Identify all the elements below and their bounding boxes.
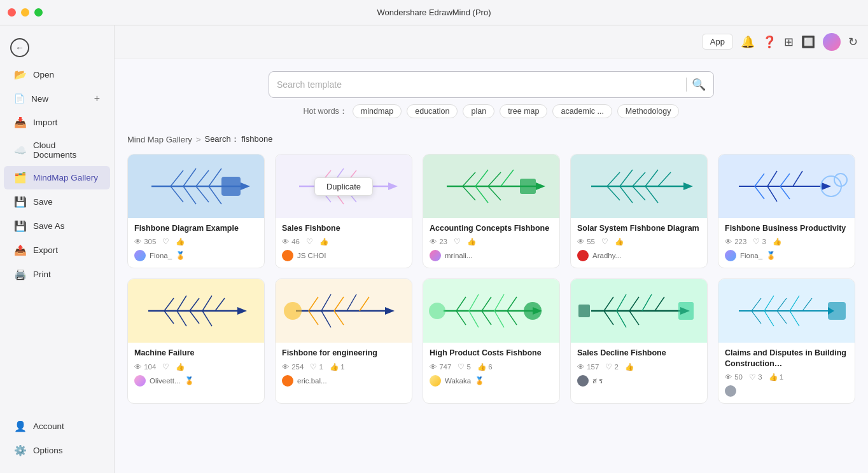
user-avatar[interactable] [823,33,841,51]
svg-line-103 [777,298,787,311]
card-author: Fiona_ 🏅 [725,250,848,261]
svg-line-35 [658,172,671,186]
svg-line-8 [196,186,209,202]
sidebar-item-account[interactable]: 👤 Account [4,415,110,438]
card-thumb [128,154,264,218]
sidebar-item-new[interactable]: 📄 New + [4,87,110,110]
card-stats: 👁 23 ♡ 👍 [430,237,553,246]
layout-icon[interactable]: 🔲 [801,35,815,49]
card-sales-fishbone[interactable]: Duplicate Sales Fishbone 👁 46 ♡ 👍 JS CHO… [275,154,412,268]
svg-line-60 [190,311,199,324]
new-icon: 📄 [14,93,25,104]
search-input[interactable] [277,79,681,90]
sidebar-item-export[interactable]: 📤 Export [4,238,110,262]
author-avatar [282,375,293,387]
card-solar-fishbone[interactable]: Solar System Fishbone Diagram 👁 55 ♡ 👍 A… [570,154,708,268]
card-fishbone-engineering[interactable]: Fishbone for engineering 👁 254 ♡ 1 👍 1 e… [275,278,412,404]
refresh-icon[interactable]: ↻ [848,35,858,49]
breadcrumb-separator: > [196,135,201,144]
bell-icon[interactable]: 🔔 [741,35,755,49]
search-button[interactable]: 🔍 [692,78,706,92]
card-fishbone-business[interactable]: Fishbone Business Productivity 👁 223 ♡ 3… [718,154,855,268]
card-high-product-costs[interactable]: High Product Costs Fishbone 👁 747 ♡ 5 👍 … [423,278,560,404]
sidebar-item-saveas[interactable]: 💾 Save As [4,214,110,238]
new-plus-icon[interactable]: + [94,93,100,104]
card-author [725,385,848,397]
svg-line-109 [790,311,799,326]
card-fishbone-diagram-example[interactable]: Fishbone Diagram Example 👁 305 ♡ 👍 Fiona… [127,154,265,268]
fishbone-preview-4 [571,154,707,218]
card-stats: 👁 305 ♡ 👍 [134,237,258,246]
author-avatar [134,250,146,261]
card-thumb: Duplicate [276,154,412,218]
sidebar-label-open: Open [33,70,54,79]
fishbone-preview-9 [571,279,707,343]
save-icon: 💾 [14,196,27,208]
like-count: ♡ 2 [605,362,619,371]
like-count: ♡ 1 [310,362,323,371]
breadcrumb-parent[interactable]: Mind Map Gallery [127,135,192,144]
svg-line-53 [164,298,174,311]
svg-line-21 [463,172,475,186]
hot-words-label: Hot words： [304,106,347,117]
close-button[interactable] [8,8,16,17]
print-icon: 🖨️ [14,268,27,280]
card-claims-disputes[interactable]: Claims and Disputes in Building Construc… [718,278,855,404]
view-count: 👁 50 [725,373,743,381]
sidebar-item-gallery[interactable]: 🗂️ MindMap Gallery [4,166,110,189]
sidebar-item-save[interactable]: 💾 Save [4,190,110,214]
sidebar-item-cloud[interactable]: ☁️ Cloud Documents [4,135,110,165]
tag-treemap[interactable]: tree map [500,104,547,118]
card-machine-failure[interactable]: Machine Failure 👁 104 ♡ 👍 Oliveett... 🏅 [127,278,265,404]
maximize-button[interactable] [34,8,43,17]
view-count: 👁 104 [134,363,156,371]
sidebar-item-import[interactable]: 📥 Import [4,111,110,134]
card-info: Solar System Fishbone Diagram 👁 55 ♡ 👍 A… [571,218,707,268]
view-count: 👁 223 [725,238,746,245]
grid-icon[interactable]: ⊞ [784,35,794,49]
thumb-count: 👍 6 [477,362,493,371]
help-icon[interactable]: ❓ [762,35,776,49]
tag-academic[interactable]: academic ... [552,104,612,118]
tag-plan[interactable]: plan [463,104,494,118]
svg-line-37 [620,186,633,203]
svg-line-42 [755,174,764,186]
svg-marker-20 [536,182,545,190]
fishbone-preview-6 [128,279,264,343]
card-sales-decline[interactable]: Sales Decline Fishbone 👁 157 ♡ 2 👍 ส ร [570,278,708,404]
sidebar-item-open[interactable]: 📂 Open [4,63,110,86]
tag-mindmap[interactable]: mindmap [353,104,402,118]
svg-line-23 [488,172,501,186]
svg-line-95 [617,311,626,327]
author-badge: 🏅 [766,251,776,260]
back-button[interactable]: ← [0,33,114,62]
card-info: Fishbone Diagram Example 👁 305 ♡ 👍 Fiona… [128,218,264,268]
author-name: Fiona_ [740,252,762,259]
svg-line-89 [604,297,613,311]
card-stats: 👁 50 ♡ 3 👍 1 [725,373,848,381]
card-author: Oliveett... 🏅 [134,375,258,387]
cloud-icon: ☁️ [14,144,27,156]
tag-education[interactable]: education [407,104,458,118]
duplicate-button[interactable]: Duplicate [314,177,373,196]
card-author: Wakaka 🏅 [430,375,553,387]
topbar: App 🔔 ❓ ⊞ 🔲 ↻ [115,25,868,58]
sidebar-item-options[interactable]: ⚙️ Options [4,439,110,462]
card-accounting-fishbone[interactable]: Accounting Concepts Fishbone 👁 23 ♡ 👍 mr… [423,154,560,268]
tag-methodology[interactable]: Methodology [617,104,680,118]
card-stats: 👁 254 ♡ 1 👍 1 [282,362,405,371]
like-icon: ♡ [162,362,169,371]
open-icon: 📂 [14,69,27,81]
app-button[interactable]: App [702,34,733,50]
app-title: Wondershare EdrawMind (Pro) [377,8,491,17]
minimize-button[interactable] [21,8,29,17]
svg-line-68 [360,297,369,311]
svg-line-4 [196,170,209,186]
svg-line-83 [494,311,504,327]
svg-line-61 [202,311,212,326]
card-stats: 👁 747 ♡ 5 👍 6 [430,362,553,371]
card-thumb [128,279,264,343]
sidebar-item-print[interactable]: 🖨️ Print [4,263,110,286]
import-icon: 📥 [14,116,27,128]
card-title: Sales Fishbone [282,223,405,233]
